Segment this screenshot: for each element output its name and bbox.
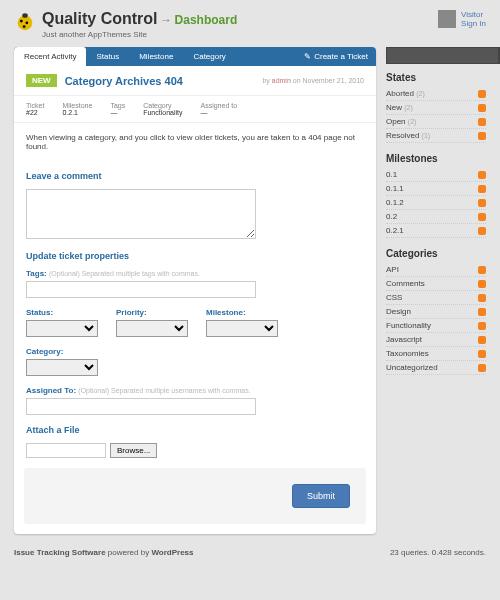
categories-heading: Categories <box>386 248 486 259</box>
status-select[interactable] <box>26 320 98 337</box>
rss-icon[interactable] <box>478 90 486 98</box>
avatar <box>438 10 456 28</box>
category-select[interactable] <box>26 359 98 376</box>
list-item[interactable]: Uncategorized <box>386 361 486 375</box>
svg-point-4 <box>22 13 28 18</box>
list-item[interactable]: Functionality <box>386 319 486 333</box>
list-item[interactable]: CSS <box>386 291 486 305</box>
ticket-meta: Ticket#22 Milestone0.2.1 Tags— CategoryF… <box>14 96 376 123</box>
tab-category[interactable]: Category <box>183 47 235 66</box>
ticket-title[interactable]: Category Archives 404 <box>65 75 255 87</box>
svg-point-2 <box>25 21 28 24</box>
ticket-body: When viewing a category, and you click t… <box>14 123 376 161</box>
search-input[interactable] <box>386 47 499 64</box>
list-item[interactable]: 0.2 <box>386 210 486 224</box>
rss-icon[interactable] <box>478 336 486 344</box>
visitor-label: Visitor <box>461 10 486 19</box>
user-box: Visitor Sign In <box>438 10 486 28</box>
states-heading: States <box>386 72 486 83</box>
rss-icon[interactable] <box>478 171 486 179</box>
tab-status[interactable]: Status <box>86 47 129 66</box>
footer-left: Issue Tracking Software powered by WordP… <box>14 548 194 557</box>
milestones-heading: Milestones <box>386 153 486 164</box>
list-item[interactable]: New (2) <box>386 101 486 115</box>
list-item[interactable]: Comments <box>386 277 486 291</box>
list-item[interactable]: Design <box>386 305 486 319</box>
list-item[interactable]: Taxonomies <box>386 347 486 361</box>
rss-icon[interactable] <box>478 199 486 207</box>
byline: by admin on November 21, 2010 <box>262 77 364 84</box>
dashboard-link[interactable]: Dashboard <box>175 13 238 27</box>
rss-icon[interactable] <box>478 322 486 330</box>
svg-point-3 <box>23 25 26 28</box>
rss-icon[interactable] <box>478 280 486 288</box>
rss-icon[interactable] <box>478 364 486 372</box>
sign-in-link[interactable]: Sign In <box>461 19 486 28</box>
tagline: Just another AppThemes Site <box>42 30 237 39</box>
create-ticket-button[interactable]: ✎Create a Ticket <box>296 47 376 66</box>
comment-heading: Leave a comment <box>26 171 364 181</box>
list-item[interactable]: API <box>386 263 486 277</box>
list-item[interactable]: 0.1.2 <box>386 196 486 210</box>
list-item[interactable]: Open (2) <box>386 115 486 129</box>
arrow-icon: → <box>160 13 172 27</box>
brand: Quality Control → Dashboard Just another… <box>14 10 237 39</box>
svg-point-1 <box>20 20 23 23</box>
list-item[interactable]: Aborted (2) <box>386 87 486 101</box>
pencil-icon: ✎ <box>304 52 311 61</box>
rss-icon[interactable] <box>478 132 486 140</box>
rss-icon[interactable] <box>478 227 486 235</box>
rss-icon[interactable] <box>478 213 486 221</box>
rss-icon[interactable] <box>478 308 486 316</box>
file-path-input[interactable] <box>26 443 106 458</box>
browse-button[interactable]: Browse... <box>110 443 157 458</box>
rss-icon[interactable] <box>478 350 486 358</box>
tab-milestone[interactable]: Milestone <box>129 47 183 66</box>
rss-icon[interactable] <box>478 185 486 193</box>
list-item[interactable]: Javascript <box>386 333 486 347</box>
rss-icon[interactable] <box>478 266 486 274</box>
rss-icon[interactable] <box>478 118 486 126</box>
submit-button[interactable]: Submit <box>292 484 350 508</box>
tags-input[interactable] <box>26 281 256 298</box>
list-item[interactable]: Resolved (1) <box>386 129 486 143</box>
priority-select[interactable] <box>116 320 188 337</box>
list-item[interactable]: 0.1 <box>386 168 486 182</box>
comment-textarea[interactable] <box>26 189 256 239</box>
attach-heading: Attach a File <box>26 425 364 435</box>
logo-icon <box>14 10 36 32</box>
list-item[interactable]: 0.2.1 <box>386 224 486 238</box>
rss-icon[interactable] <box>478 294 486 302</box>
tab-recent-activity[interactable]: Recent Activity <box>14 47 86 66</box>
tabbar: Recent Activity Status Milestone Categor… <box>14 47 376 66</box>
assigned-input[interactable] <box>26 398 256 415</box>
rss-icon[interactable] <box>478 104 486 112</box>
list-item[interactable]: 0.1.1 <box>386 182 486 196</box>
footer-right: 23 queries. 0.428 seconds. <box>390 548 486 557</box>
status-badge: NEW <box>26 74 57 87</box>
milestone-select[interactable] <box>206 320 278 337</box>
site-title[interactable]: Quality Control <box>42 10 158 27</box>
update-heading: Update ticket properties <box>26 251 364 261</box>
